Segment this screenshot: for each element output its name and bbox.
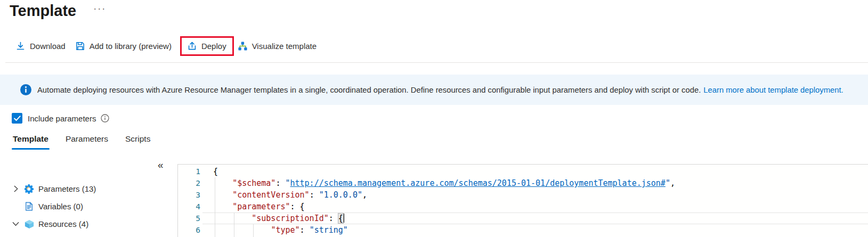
- tab-bar: TemplateParametersScripts: [13, 134, 150, 150]
- code-line-content: "type": "string": [202, 224, 868, 236]
- visualize-template-button[interactable]: Visualize template: [238, 36, 317, 56]
- chevron-right-icon[interactable]: [12, 185, 20, 193]
- no-expander: [12, 202, 20, 211]
- info-banner: Automate deploying resources with Azure …: [0, 75, 868, 105]
- chevron-down-icon[interactable]: [12, 220, 20, 228]
- download-button[interactable]: Download: [16, 36, 66, 56]
- line-number: 6: [178, 224, 202, 236]
- code-line-5[interactable]: 5 "subscriptionId": {: [178, 213, 868, 224]
- page-title: Template: [10, 2, 76, 20]
- tree-item-label: Variables (0): [38, 202, 83, 211]
- code-line-content: "subscriptionId": {: [202, 213, 868, 224]
- context-menu-ellipsis-icon[interactable]: ···: [93, 3, 106, 14]
- gear-icon: [25, 184, 34, 194]
- deploy-button[interactable]: Deploy: [180, 36, 234, 56]
- download-label: Download: [30, 42, 66, 51]
- learn-more-link[interactable]: Learn more about template deployment.: [703, 86, 843, 94]
- download-icon: [16, 42, 25, 51]
- banner-text: Automate deploying resources with Azure …: [37, 86, 701, 94]
- line-number: 1: [178, 166, 202, 177]
- include-parameters-row: Include parameters: [12, 113, 109, 124]
- tab-scripts[interactable]: Scripts: [125, 134, 150, 150]
- code-line-2[interactable]: 2 "$schema": "http://schema.management.a…: [178, 177, 868, 189]
- code-line-4[interactable]: 4 "parameters": {: [178, 201, 868, 213]
- cube-icon: [25, 219, 34, 229]
- tree-item-variables[interactable]: Variables (0): [12, 198, 156, 215]
- text-cursor: [343, 214, 344, 223]
- deploy-label: Deploy: [201, 42, 226, 51]
- line-number: 3: [178, 189, 202, 201]
- code-line-1[interactable]: 1{: [178, 166, 868, 177]
- toolbar-divider: [5, 62, 868, 63]
- document-icon: [25, 202, 34, 211]
- collapse-panel-button[interactable]: «: [158, 159, 164, 171]
- tree-item-resources[interactable]: Resources (4): [12, 215, 156, 233]
- upload-icon: [188, 42, 197, 51]
- code-line-content: {: [202, 166, 868, 177]
- code-editor[interactable]: 1{2 "$schema": "http://schema.management…: [177, 164, 868, 237]
- code-line-6[interactable]: 6 "type": "string": [178, 224, 868, 236]
- tree-item-label: Resources (4): [38, 219, 88, 228]
- tab-parameters[interactable]: Parameters: [66, 134, 108, 150]
- info-outline-icon[interactable]: [101, 114, 109, 122]
- template-outline-tree: Parameters (13)Variables (0)Resources (4…: [12, 180, 156, 233]
- line-number: 5: [178, 213, 202, 224]
- code-line-content: "parameters": {: [202, 201, 868, 213]
- flowchart-icon: [238, 42, 247, 51]
- info-icon: [20, 84, 31, 95]
- code-line-content: "contentVersion": "1.0.0.0",: [202, 189, 868, 201]
- tree-item-label: Parameters (13): [38, 184, 96, 193]
- include-parameters-label: Include parameters: [28, 114, 96, 123]
- code-line-content: "$schema": "http://schema.management.azu…: [202, 177, 868, 189]
- add-to-library-label: Add to library (preview): [90, 42, 172, 51]
- page-header: Template ···: [10, 2, 106, 20]
- tab-template[interactable]: Template: [13, 134, 48, 150]
- toolbar: DownloadAdd to library (preview)DeployVi…: [16, 36, 327, 56]
- line-number: 2: [178, 177, 202, 189]
- visualize-template-label: Visualize template: [252, 42, 317, 51]
- save-icon: [76, 42, 85, 51]
- add-to-library-button[interactable]: Add to library (preview): [76, 36, 172, 56]
- line-number: 4: [178, 201, 202, 213]
- code-line-3[interactable]: 3 "contentVersion": "1.0.0.0",: [178, 189, 868, 201]
- tree-item-parameters[interactable]: Parameters (13): [12, 180, 156, 198]
- include-parameters-checkbox[interactable]: [12, 113, 22, 124]
